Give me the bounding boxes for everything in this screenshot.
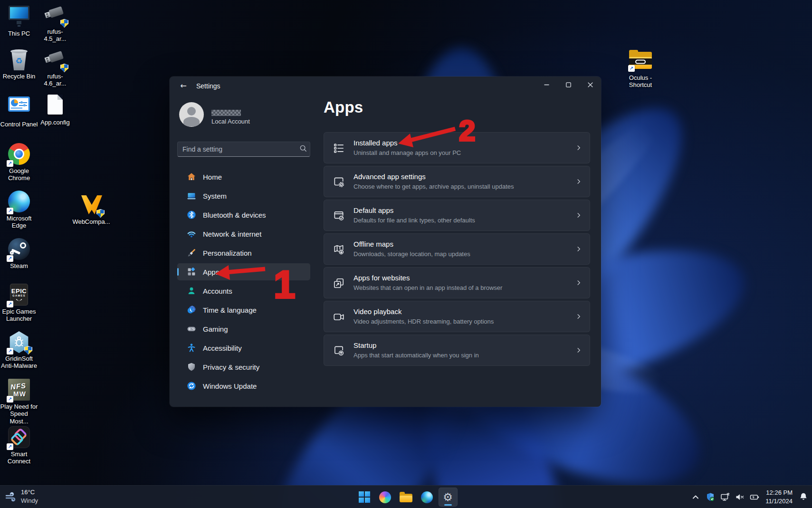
settings-taskbar-button[interactable]: ⚙ [439, 488, 458, 507]
sidebar-item-label: System [203, 192, 227, 200]
tray-date: 11/1/2024 [765, 497, 793, 506]
chevron-right-icon [574, 312, 583, 321]
desktop-icon-rufus-45[interactable]: rufus-4.5_ar... [36, 4, 74, 43]
taskbar-clock[interactable]: 12:26 PM 11/1/2024 [764, 489, 793, 506]
start-button[interactable] [355, 488, 374, 507]
notification-bell-icon[interactable] [799, 492, 808, 502]
desktop-icon-app-config[interactable]: App.config [36, 93, 74, 126]
sidebar-item-network-internet[interactable]: Network & internet [177, 225, 310, 242]
desktop-icon-microsoft-edge[interactable]: ↗ Microsoft Edge [0, 190, 38, 230]
minimize-icon [544, 82, 549, 87]
desktop-screen: This PC rufus-4.5_ar... ♻ Recycle Bin ru… [0, 0, 812, 508]
close-button[interactable] [579, 77, 601, 93]
chevron-right-icon [574, 245, 583, 253]
file-explorer-button[interactable] [397, 488, 416, 507]
apps-for-websites-icon [333, 277, 345, 289]
card-advanced-app-settings[interactable]: Advanced app settings Choose where to ge… [324, 166, 590, 197]
sidebar-item-label: Personalization [203, 249, 252, 257]
maximize-button[interactable] [557, 77, 579, 93]
hidden-icons-chevron[interactable] [691, 492, 700, 502]
accessibility-icon [187, 343, 196, 353]
sidebar-item-label: Home [203, 173, 222, 181]
chevron-right-icon [574, 211, 583, 220]
usb-drive-icon [44, 48, 67, 71]
shortcut-arrow-icon: ↗ [7, 208, 13, 214]
sidebar-item-privacy-security[interactable]: Privacy & security [177, 358, 310, 375]
desktop-icon-oculus-shortcut[interactable]: ↗ Oculus - Shortcut [621, 48, 659, 89]
sidebar-item-personalization[interactable]: Personalization [177, 244, 310, 261]
volume-muted-icon[interactable] [735, 492, 745, 502]
desktop-icon-control-panel[interactable]: Control Panel [0, 93, 38, 128]
card-subtitle: Choose where to get apps, archive apps, … [353, 183, 514, 190]
sidebar-item-label: Accessibility [203, 344, 242, 352]
sidebar-item-label: Time & language [203, 306, 257, 314]
battery-charging-icon[interactable] [750, 492, 759, 502]
card-default-apps[interactable]: Default apps Defaults for file and link … [324, 200, 590, 231]
search-box[interactable] [177, 142, 310, 157]
card-offline-maps[interactable]: Offline maps Downloads, storage location… [324, 233, 590, 265]
desktop-icon-label: Oculus - Shortcut [621, 74, 659, 89]
desktop-icon-google-chrome[interactable]: ↗ Google Chrome [0, 143, 38, 182]
card-title: Video playback [353, 307, 401, 316]
desktop-icon-steam[interactable]: ↗ Steam [0, 238, 38, 269]
shortcut-arrow-icon: ↗ [628, 65, 635, 72]
search-input[interactable] [178, 145, 296, 153]
avatar[interactable] [179, 102, 204, 127]
sidebar-item-accessibility[interactable]: Accessibility [177, 339, 310, 356]
desktop-icon-webcompanion[interactable]: WebCompa... [72, 194, 110, 225]
desktop-icon-label: Play Need for Speed Most... [0, 403, 38, 425]
shortcut-arrow-icon: ↗ [7, 348, 13, 355]
gamepad-icon [187, 324, 196, 334]
uac-shield-icon [24, 346, 32, 355]
shortcut-arrow-icon: ↗ [7, 396, 13, 403]
desktop-icon-rufus-46[interactable]: rufus-4.6_ar... [36, 48, 74, 87]
sidebar-item-label: Bluetooth & devices [203, 211, 266, 219]
back-button[interactable]: ← [175, 79, 191, 93]
startup-icon [333, 345, 345, 357]
card-subtitle: Apps that start automatically when you s… [353, 352, 479, 359]
desktop-icon-epic-games[interactable]: EPIC GAMES ↗ Epic Games Launcher [0, 283, 38, 323]
desktop-icon-label: Google Chrome [0, 167, 38, 182]
weather-widget[interactable]: 16°C Windy [5, 488, 38, 505]
wifi-icon [187, 229, 196, 239]
sidebar-item-time-language[interactable]: Time & language [177, 301, 310, 318]
desktop-icon-nfs[interactable]: NFS MW ↗ Play Need for Speed Most... [0, 378, 38, 425]
apps-icon [187, 267, 196, 277]
card-startup[interactable]: Startup Apps that start automatically wh… [324, 335, 590, 366]
display-pen-icon[interactable] [720, 492, 730, 502]
sidebar-item-apps[interactable]: Apps [177, 263, 310, 280]
sidebar-item-bluetooth-devices[interactable]: Bluetooth & devices [177, 206, 310, 223]
card-subtitle: Defaults for file and link types, other … [353, 217, 475, 224]
desktop-icon-label: rufus-4.5_ar... [36, 28, 74, 43]
window-title: Settings [196, 82, 220, 90]
sidebar-item-label: Network & internet [203, 230, 261, 238]
sidebar-item-accounts[interactable]: Accounts [177, 282, 310, 299]
accounts-icon [187, 286, 196, 296]
sidebar-item-system[interactable]: System [177, 187, 310, 204]
minimize-button[interactable] [535, 77, 557, 93]
sidebar-item-home[interactable]: Home [177, 168, 310, 185]
edge-button[interactable] [418, 488, 437, 507]
smart-connect-icon: ↗ [8, 426, 30, 449]
webcompanion-icon [80, 194, 103, 217]
desktop-icon-recycle-bin[interactable]: ♻ Recycle Bin [0, 48, 38, 80]
sidebar-item-label: Windows Update [203, 382, 257, 390]
desktop-icon-gridinsoft[interactable]: ↗ GridinSoft Anti-Malware [0, 331, 38, 370]
title-bar[interactable]: ← Settings [170, 77, 601, 96]
copilot-button[interactable] [376, 488, 395, 507]
card-installed-apps[interactable]: Installed apps Uninstall and manage apps… [324, 132, 590, 163]
card-apps-for-websites[interactable]: Apps for websites Websites that can open… [324, 267, 590, 298]
offline-maps-icon [333, 243, 345, 256]
steam-icon: ↗ [8, 238, 30, 261]
sidebar-item-label: Apps [203, 268, 219, 276]
settings-window: ← Settings Local Account [170, 77, 601, 407]
edge-icon: ↗ [8, 191, 30, 213]
sidebar-item-gaming[interactable]: Gaming [177, 320, 310, 337]
uac-shield-icon [60, 19, 68, 28]
card-title: Default apps [353, 206, 393, 214]
sidebar-item-windows-update[interactable]: Windows Update [177, 377, 310, 394]
windows-security-icon[interactable] [706, 492, 715, 502]
desktop-icon-this-pc[interactable]: This PC [0, 4, 38, 37]
card-video-playback[interactable]: Video playback Video adjustments, HDR st… [324, 301, 590, 332]
desktop-icon-smart-connect[interactable]: ↗ Smart Connect [0, 426, 38, 465]
